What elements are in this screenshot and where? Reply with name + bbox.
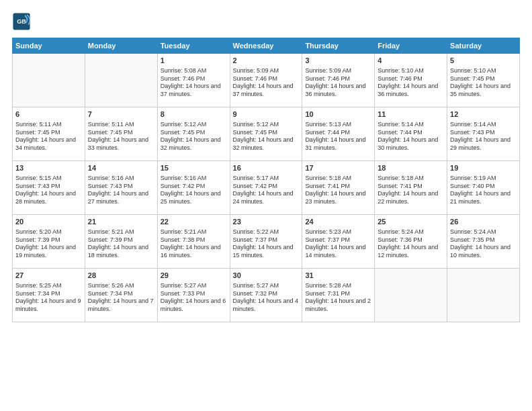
- day-number: 29: [161, 271, 227, 281]
- calendar-cell: 12Sunrise: 5:14 AM Sunset: 7:43 PM Dayli…: [447, 107, 520, 161]
- cell-content: Sunrise: 5:09 AM Sunset: 7:46 PM Dayligh…: [233, 67, 300, 99]
- cell-content: Sunrise: 5:19 AM Sunset: 7:40 PM Dayligh…: [450, 175, 517, 206]
- day-number: 24: [305, 217, 371, 227]
- day-number: 27: [15, 271, 82, 281]
- cell-content: Sunrise: 5:22 AM Sunset: 7:37 PM Dayligh…: [233, 228, 300, 260]
- day-number: 10: [305, 109, 371, 120]
- day-number: 21: [88, 217, 154, 227]
- cell-content: Sunrise: 5:20 AM Sunset: 7:39 PM Dayligh…: [15, 228, 82, 260]
- day-number: 1: [161, 56, 227, 66]
- weekday-header: Tuesday: [157, 38, 230, 54]
- cell-content: Sunrise: 5:27 AM Sunset: 7:32 PM Dayligh…: [233, 282, 300, 314]
- cell-content: Sunrise: 5:09 AM Sunset: 7:46 PM Dayligh…: [305, 67, 371, 99]
- calendar-cell: 23Sunrise: 5:22 AM Sunset: 7:37 PM Dayli…: [230, 215, 302, 269]
- calendar-cell: 9Sunrise: 5:12 AM Sunset: 7:45 PM Daylig…: [230, 107, 302, 161]
- cell-content: Sunrise: 5:10 AM Sunset: 7:45 PM Dayligh…: [450, 67, 517, 99]
- calendar-cell: 15Sunrise: 5:16 AM Sunset: 7:42 PM Dayli…: [157, 161, 230, 215]
- day-number: 3: [305, 56, 371, 66]
- cell-content: Sunrise: 5:17 AM Sunset: 7:42 PM Dayligh…: [233, 175, 300, 206]
- day-number: 2: [233, 56, 300, 66]
- calendar-cell: 10Sunrise: 5:13 AM Sunset: 7:44 PM Dayli…: [302, 107, 375, 161]
- day-number: 11: [378, 109, 444, 120]
- calendar-cell: 31Sunrise: 5:28 AM Sunset: 7:31 PM Dayli…: [302, 269, 375, 322]
- day-number: 14: [88, 163, 154, 173]
- calendar-cell: 25Sunrise: 5:24 AM Sunset: 7:36 PM Dayli…: [375, 215, 447, 269]
- calendar-cell: 28Sunrise: 5:26 AM Sunset: 7:34 PM Dayli…: [85, 269, 157, 322]
- day-number: 31: [305, 271, 371, 281]
- calendar-cell: 3Sunrise: 5:09 AM Sunset: 7:46 PM Daylig…: [302, 54, 375, 107]
- day-number: 5: [450, 56, 517, 66]
- calendar-week: 13Sunrise: 5:15 AM Sunset: 7:43 PM Dayli…: [13, 161, 520, 215]
- weekday-header: Wednesday: [230, 38, 302, 54]
- calendar-cell: 22Sunrise: 5:21 AM Sunset: 7:38 PM Dayli…: [157, 215, 230, 269]
- cell-content: Sunrise: 5:10 AM Sunset: 7:46 PM Dayligh…: [378, 67, 444, 99]
- cell-content: Sunrise: 5:11 AM Sunset: 7:45 PM Dayligh…: [15, 121, 82, 152]
- calendar-body: 1Sunrise: 5:08 AM Sunset: 7:46 PM Daylig…: [13, 54, 520, 322]
- day-number: 6: [15, 109, 82, 120]
- calendar-cell: 29Sunrise: 5:27 AM Sunset: 7:33 PM Dayli…: [157, 269, 230, 322]
- calendar-cell: 24Sunrise: 5:23 AM Sunset: 7:37 PM Dayli…: [302, 215, 375, 269]
- cell-content: Sunrise: 5:18 AM Sunset: 7:41 PM Dayligh…: [378, 175, 444, 206]
- svg-text:GB: GB: [17, 18, 26, 25]
- day-number: 19: [450, 163, 517, 173]
- cell-content: Sunrise: 5:25 AM Sunset: 7:34 PM Dayligh…: [15, 282, 82, 314]
- logo: GB: [12, 12, 34, 31]
- cell-content: Sunrise: 5:21 AM Sunset: 7:39 PM Dayligh…: [88, 228, 154, 260]
- day-number: 18: [378, 163, 444, 173]
- calendar-cell: 18Sunrise: 5:18 AM Sunset: 7:41 PM Dayli…: [375, 161, 447, 215]
- day-number: 20: [15, 217, 82, 227]
- day-number: 25: [378, 217, 444, 227]
- cell-content: Sunrise: 5:23 AM Sunset: 7:37 PM Dayligh…: [305, 228, 371, 260]
- day-number: 8: [161, 109, 227, 120]
- cell-content: Sunrise: 5:11 AM Sunset: 7:45 PM Dayligh…: [88, 121, 154, 152]
- cell-content: Sunrise: 5:16 AM Sunset: 7:43 PM Dayligh…: [88, 175, 154, 206]
- calendar-cell: 21Sunrise: 5:21 AM Sunset: 7:39 PM Dayli…: [85, 215, 157, 269]
- calendar-cell: 1Sunrise: 5:08 AM Sunset: 7:46 PM Daylig…: [157, 54, 230, 107]
- calendar-cell: [85, 54, 157, 107]
- calendar-week: 1Sunrise: 5:08 AM Sunset: 7:46 PM Daylig…: [13, 54, 520, 107]
- day-number: 15: [161, 163, 227, 173]
- calendar-cell: 4Sunrise: 5:10 AM Sunset: 7:46 PM Daylig…: [375, 54, 447, 107]
- cell-content: Sunrise: 5:24 AM Sunset: 7:36 PM Dayligh…: [378, 228, 444, 260]
- weekday-header: Monday: [85, 38, 157, 54]
- day-number: 16: [233, 163, 300, 173]
- calendar-header: SundayMondayTuesdayWednesdayThursdayFrid…: [13, 38, 520, 54]
- calendar-cell: 30Sunrise: 5:27 AM Sunset: 7:32 PM Dayli…: [230, 269, 302, 322]
- page: GB SundayMondayTuesdayWednesdayThursdayF…: [0, 0, 532, 411]
- calendar-week: 27Sunrise: 5:25 AM Sunset: 7:34 PM Dayli…: [13, 269, 520, 322]
- cell-content: Sunrise: 5:12 AM Sunset: 7:45 PM Dayligh…: [233, 121, 300, 152]
- calendar-cell: 5Sunrise: 5:10 AM Sunset: 7:45 PM Daylig…: [447, 54, 520, 107]
- cell-content: Sunrise: 5:16 AM Sunset: 7:42 PM Dayligh…: [161, 175, 227, 206]
- calendar-cell: 11Sunrise: 5:14 AM Sunset: 7:44 PM Dayli…: [375, 107, 447, 161]
- calendar-cell: 2Sunrise: 5:09 AM Sunset: 7:46 PM Daylig…: [230, 54, 302, 107]
- cell-content: Sunrise: 5:15 AM Sunset: 7:43 PM Dayligh…: [15, 175, 82, 206]
- cell-content: Sunrise: 5:12 AM Sunset: 7:45 PM Dayligh…: [161, 121, 227, 152]
- weekday-header: Sunday: [13, 38, 85, 54]
- calendar-cell: 13Sunrise: 5:15 AM Sunset: 7:43 PM Dayli…: [13, 161, 85, 215]
- cell-content: Sunrise: 5:28 AM Sunset: 7:31 PM Dayligh…: [305, 282, 371, 314]
- cell-content: Sunrise: 5:21 AM Sunset: 7:38 PM Dayligh…: [161, 228, 227, 260]
- calendar-cell: 27Sunrise: 5:25 AM Sunset: 7:34 PM Dayli…: [13, 269, 85, 322]
- weekday-header: Saturday: [447, 38, 520, 54]
- calendar-cell: 14Sunrise: 5:16 AM Sunset: 7:43 PM Dayli…: [85, 161, 157, 215]
- weekday-header: Thursday: [302, 38, 375, 54]
- day-number: 28: [88, 271, 154, 281]
- calendar-cell: 8Sunrise: 5:12 AM Sunset: 7:45 PM Daylig…: [157, 107, 230, 161]
- calendar-cell: 6Sunrise: 5:11 AM Sunset: 7:45 PM Daylig…: [13, 107, 85, 161]
- calendar-cell: [375, 269, 447, 322]
- weekday-row: SundayMondayTuesdayWednesdayThursdayFrid…: [13, 38, 520, 54]
- cell-content: Sunrise: 5:27 AM Sunset: 7:33 PM Dayligh…: [161, 282, 227, 314]
- day-number: 9: [233, 109, 300, 120]
- calendar-cell: 20Sunrise: 5:20 AM Sunset: 7:39 PM Dayli…: [13, 215, 85, 269]
- calendar-cell: 7Sunrise: 5:11 AM Sunset: 7:45 PM Daylig…: [85, 107, 157, 161]
- cell-content: Sunrise: 5:14 AM Sunset: 7:44 PM Dayligh…: [378, 121, 444, 152]
- day-number: 26: [450, 217, 517, 227]
- day-number: 30: [233, 271, 300, 281]
- day-number: 23: [233, 217, 300, 227]
- calendar-cell: 26Sunrise: 5:24 AM Sunset: 7:35 PM Dayli…: [447, 215, 520, 269]
- day-number: 12: [450, 109, 517, 120]
- calendar-cell: 19Sunrise: 5:19 AM Sunset: 7:40 PM Dayli…: [447, 161, 520, 215]
- day-number: 4: [378, 56, 444, 66]
- cell-content: Sunrise: 5:08 AM Sunset: 7:46 PM Dayligh…: [161, 67, 227, 99]
- calendar-week: 6Sunrise: 5:11 AM Sunset: 7:45 PM Daylig…: [13, 107, 520, 161]
